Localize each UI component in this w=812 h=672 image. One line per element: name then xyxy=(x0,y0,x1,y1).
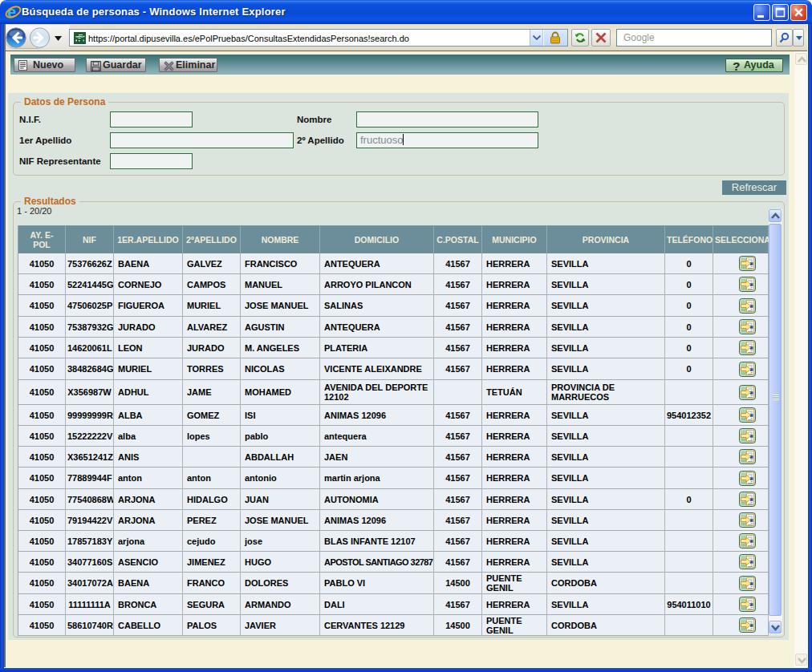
svg-text:?: ? xyxy=(733,61,740,71)
